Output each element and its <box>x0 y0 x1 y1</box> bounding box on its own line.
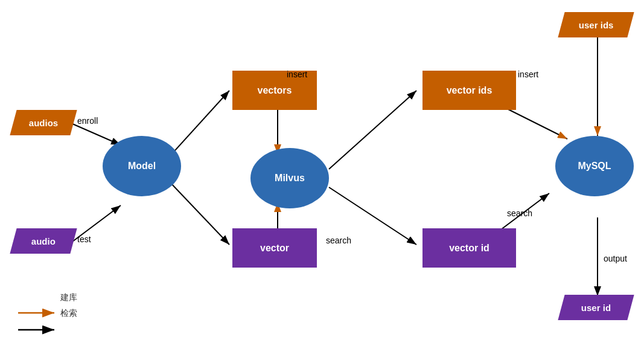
legend-build: 建库 <box>18 292 77 303</box>
milvus-node: Milvus <box>250 148 329 208</box>
output-label: output <box>604 254 627 263</box>
enroll-label: enroll <box>77 116 98 126</box>
diagram: audios audio Model vectors vector Milvus… <box>0 0 644 360</box>
user-ids-node: user ids <box>558 12 634 37</box>
test-label: test <box>77 234 91 244</box>
svg-line-2 <box>72 124 121 145</box>
model-node: Model <box>103 136 181 196</box>
search-vector-label: search <box>326 236 351 245</box>
user-id-node: user id <box>558 295 634 320</box>
insert-vector-ids-label: insert <box>518 69 538 79</box>
vector-id-node: vector id <box>422 228 516 268</box>
vector-node: vector <box>232 228 317 268</box>
legend-build-label: 建库 <box>60 292 77 303</box>
mysql-node: MySQL <box>555 136 634 196</box>
vector-ids-node: vector ids <box>422 71 516 110</box>
insert-vectors-label: insert <box>287 69 307 79</box>
legend: 建库 检索 <box>18 292 77 324</box>
search-mysql-label: search <box>507 208 532 218</box>
legend-search: 检索 <box>18 308 77 319</box>
audios-node: audios <box>10 110 77 135</box>
legend-search-label: 检索 <box>60 308 77 319</box>
audio-node: audio <box>10 228 77 254</box>
